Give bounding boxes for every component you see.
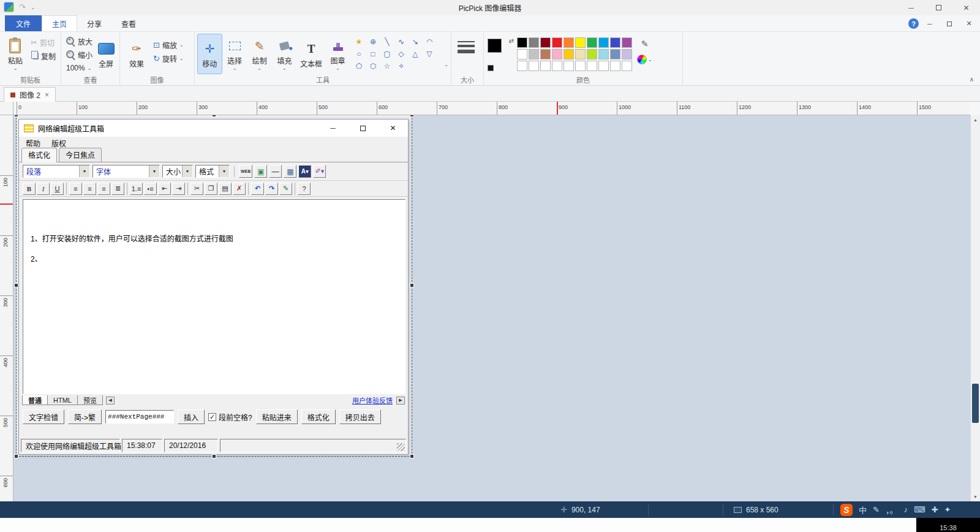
color-swatch[interactable]	[540, 37, 551, 48]
select-tool-button[interactable]: 选择 ⌄	[222, 34, 247, 74]
tab-view[interactable]: 查看	[111, 15, 146, 31]
color-swatch[interactable]	[622, 37, 632, 48]
delete-button[interactable]: ✗	[233, 183, 246, 195]
fullscreen-button[interactable]: 全屏	[95, 34, 117, 74]
color-swatch[interactable]	[552, 61, 562, 71]
selection-handle-bottom-middle[interactable]	[212, 454, 216, 458]
color-swatch[interactable]	[529, 61, 539, 71]
color-swatch[interactable]	[587, 37, 597, 48]
child-close-button[interactable]: ✕	[960, 17, 978, 31]
insert-button[interactable]: 插入	[178, 409, 205, 424]
maximize-button[interactable]	[925, 0, 952, 15]
scrollbar-down-icon[interactable]: ▼	[971, 492, 980, 501]
move-tool-button[interactable]: ✛ 移动	[197, 34, 222, 74]
shape-icon[interactable]: ✧	[395, 61, 407, 71]
eyedropper-icon[interactable]: ✐	[639, 40, 649, 47]
foreground-background-swatch[interactable]: ⇄	[488, 39, 512, 63]
shape-icon[interactable]: ★	[353, 36, 365, 47]
color-swatch[interactable]	[564, 37, 574, 48]
minimize-button[interactable]: ─	[897, 0, 925, 15]
paragraph-combo[interactable]: 段落 ▼	[23, 165, 90, 178]
space-before-checkbox[interactable]: ✓	[208, 413, 216, 421]
italic-button[interactable]: I	[37, 183, 50, 195]
format-combo[interactable]: 格式 ▼	[195, 165, 230, 178]
close-button[interactable]: ✕	[952, 0, 980, 15]
menu-item[interactable]: 帮助	[20, 138, 46, 148]
color-swatch[interactable]	[529, 37, 539, 48]
color-swatch[interactable]	[587, 49, 597, 59]
shape-icon[interactable]: ☆	[381, 61, 393, 71]
shape-icon[interactable]: △	[409, 48, 421, 59]
color-swatch[interactable]	[622, 49, 632, 59]
help-icon[interactable]: ?	[908, 18, 919, 29]
zoom-level-dropdown[interactable]: 100% ⌄	[64, 62, 95, 74]
bullet-list-button[interactable]: •≡	[144, 183, 157, 195]
color-wheel-icon[interactable]	[637, 55, 647, 64]
combo-dropdown-icon[interactable]: ▼	[79, 165, 89, 177]
color-swatch[interactable]	[540, 61, 551, 71]
shape-icon[interactable]: ⬡	[367, 61, 379, 71]
cut-button[interactable]: ✂ 剪切	[28, 36, 58, 48]
scrollbar-up-icon[interactable]: ▲	[971, 115, 980, 124]
ime-punctuation-icon[interactable]: ，。	[886, 504, 898, 515]
color-swatch[interactable]	[598, 37, 609, 48]
foreground-color-swatch[interactable]	[488, 39, 502, 53]
color-swatch[interactable]	[598, 61, 609, 71]
tool-window-tab[interactable]: 格式化	[21, 148, 57, 162]
menu-item[interactable]: 版权	[46, 138, 72, 148]
color-swatch[interactable]	[587, 61, 597, 71]
align-center-button[interactable]: ≡	[83, 183, 96, 195]
tool-window-maximize-button[interactable]	[348, 120, 378, 137]
color-swatch[interactable]	[622, 61, 632, 71]
color-swatch[interactable]	[610, 49, 620, 59]
indent-button[interactable]: ⇥	[172, 183, 185, 195]
effects-button[interactable]: ✑ 效果	[123, 34, 151, 74]
resize-button[interactable]: ⊡ 缩放 ⌄	[151, 39, 186, 51]
color-swatch[interactable]	[517, 37, 527, 48]
color-swatch[interactable]	[552, 37, 562, 48]
check-text-button[interactable]: 文字检错	[23, 409, 64, 424]
textbox-tool-button[interactable]: T 文本框	[297, 34, 325, 74]
web-insert-button[interactable]: WEB	[239, 165, 252, 178]
shape-icon[interactable]: ↘	[409, 36, 421, 47]
resize-grip-icon[interactable]	[397, 443, 405, 451]
combo-dropdown-icon[interactable]: ▼	[182, 165, 192, 177]
color-swatch[interactable]	[575, 49, 586, 59]
rotate-button[interactable]: ↻ 旋转 ⌄	[151, 52, 186, 64]
copy-button[interactable]: 复制	[28, 50, 58, 62]
draw-tool-button[interactable]: ✎ 绘制 ⌄	[247, 34, 272, 74]
stamp-tool-button[interactable]: 图章 ⌄	[325, 34, 350, 74]
selection-handle-bottom-right[interactable]	[410, 454, 414, 458]
scrollbar-thumb[interactable]	[972, 384, 979, 423]
ime-mic-icon[interactable]: ♪	[903, 504, 908, 515]
copy-out-button[interactable]: 拷贝出去	[339, 409, 381, 424]
editor-text-area[interactable]: 1、打开安装好的软件，用户可以选择合适的截图方式进行截图 2、	[23, 199, 405, 394]
color-swatch[interactable]	[529, 49, 539, 59]
help-button[interactable]: ?	[298, 183, 311, 195]
scroll-right-icon[interactable]: ▶	[396, 397, 405, 405]
scroll-left-icon[interactable]: ◀	[106, 397, 115, 405]
undo-button[interactable]: ↶	[251, 183, 264, 195]
paste-in-button[interactable]: 粘贴进来	[256, 409, 298, 424]
horizontal-rule-button[interactable]: —	[269, 165, 282, 178]
selection-handle-top-left[interactable]	[14, 115, 18, 117]
color-swatch[interactable]	[575, 61, 586, 71]
numbered-list-button[interactable]: 1.≡	[130, 183, 143, 195]
color-swatch[interactable]	[540, 49, 551, 59]
shape-icon[interactable]: ▢	[381, 48, 393, 59]
ime-favorite-icon[interactable]: ✚	[932, 504, 938, 515]
ime-pen-icon[interactable]: ✎	[873, 504, 880, 515]
shapes-more-icon[interactable]: ⌄	[444, 62, 448, 67]
selection-handle-middle-left[interactable]	[14, 283, 18, 287]
shape-icon[interactable]: ⊕	[367, 36, 379, 47]
child-restore-button[interactable]	[941, 17, 958, 31]
mini-color-swatch[interactable]	[488, 65, 494, 71]
font-combo[interactable]: 字体 ▼	[92, 165, 160, 178]
ime-keyboard-icon[interactable]: ⌨	[914, 504, 925, 515]
cut-button[interactable]: ✂	[190, 183, 203, 195]
underline-button[interactable]: U	[51, 183, 64, 195]
line-width-icon[interactable]	[458, 41, 475, 53]
color-swatch[interactable]	[610, 61, 620, 71]
canvas[interactable]: 网络编辑超级工具箱 ─ ✕ 帮助版权 格式化今日焦点 段落 ▼	[13, 115, 970, 501]
color-swatch[interactable]	[552, 49, 562, 59]
